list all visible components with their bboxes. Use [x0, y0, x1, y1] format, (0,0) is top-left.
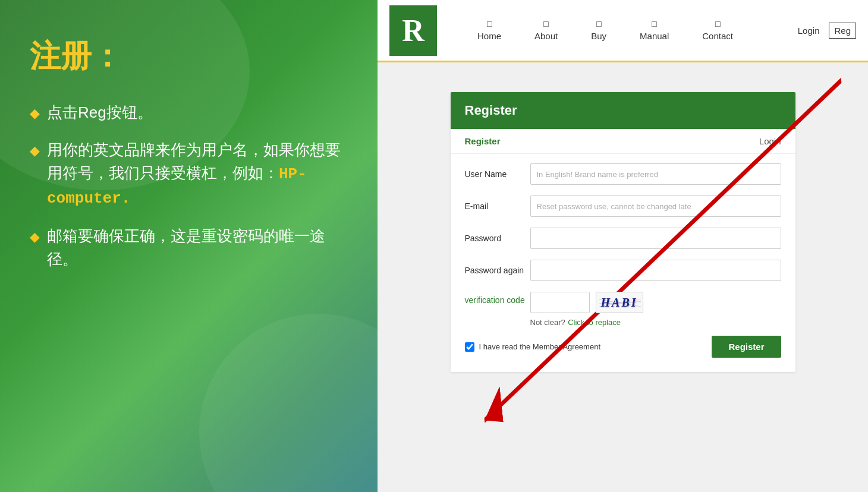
agreement-row: I have read the Member Agreement Registe…: [465, 336, 781, 358]
nav-label-about: About: [534, 31, 558, 41]
nav-label-buy: Buy: [591, 31, 606, 41]
verification-content: HABI Not clear? Click to replace: [530, 292, 643, 327]
replace-captcha-link[interactable]: Click to replace: [568, 318, 621, 327]
left-item-3-text: 邮箱要确保正确，这是重设密码的唯一途径。: [47, 225, 348, 271]
tab-login[interactable]: Login: [759, 136, 781, 146]
captcha-input[interactable]: [530, 292, 590, 313]
password-label: Password: [465, 234, 530, 243]
agreement-checkbox[interactable]: [465, 342, 474, 352]
nav-item-home[interactable]: ☐ Home: [461, 20, 518, 41]
username-row: User Name: [465, 163, 781, 185]
form-tabs: Register Login: [451, 129, 795, 154]
verification-input-row: HABI: [530, 292, 643, 313]
left-panel: 注册： ◆ 点击Reg按钮。 ◆ 用你的英文品牌来作为用户名，如果你想要用符号，…: [0, 0, 378, 492]
nav-items: ☐ Home ☐ About ☐ Buy ☐ Manual ☐ Contact: [443, 20, 793, 41]
form-body: User Name E-mail Password Password again: [451, 154, 795, 372]
home-icon: ☐: [486, 20, 493, 29]
left-item-2: ◆ 用你的英文品牌来作为用户名，如果你想要用符号，我们只接受横杠，例如：HP-c…: [30, 138, 348, 210]
nav-label-manual: Manual: [640, 31, 669, 41]
password-row: Password: [465, 228, 781, 249]
nav-logo: R: [389, 5, 437, 56]
left-item-2-text: 用你的英文品牌来作为用户名，如果你想要用符号，我们只接受横杠，例如：HP-com…: [47, 138, 348, 210]
nav-item-contact[interactable]: ☐ Contact: [685, 20, 750, 41]
left-item-1-text: 点击Reg按钮。: [47, 101, 153, 124]
diamond-icon-1: ◆: [30, 103, 40, 123]
agreement-left: I have read the Member Agreement: [465, 342, 601, 352]
verification-row: verification code HABI: [465, 292, 781, 327]
buy-icon: ☐: [596, 20, 602, 29]
right-panel: R ☐ Home ☐ About ☐ Buy ☐ Manual ☐ Contac…: [378, 0, 868, 492]
about-icon: ☐: [543, 20, 549, 29]
diamond-icon-2: ◆: [30, 141, 40, 160]
nav-item-manual[interactable]: ☐ Manual: [623, 20, 685, 41]
navbar: R ☐ Home ☐ About ☐ Buy ☐ Manual ☐ Contac…: [378, 0, 868, 62]
username-input[interactable]: [530, 163, 781, 185]
nav-label-home: Home: [477, 31, 501, 41]
password-again-label: Password again: [465, 266, 530, 275]
password-again-input[interactable]: [530, 260, 781, 281]
nav-item-buy[interactable]: ☐ Buy: [574, 20, 623, 41]
nav-item-about[interactable]: ☐ About: [518, 20, 574, 41]
login-button[interactable]: Login: [793, 23, 825, 38]
register-button[interactable]: Register: [712, 336, 781, 358]
verification-label: verification code: [465, 292, 530, 305]
agreement-text: I have read the Member Agreement: [479, 342, 601, 351]
form-card: Register Register Login User Name E-mail: [451, 92, 795, 372]
captcha-image: HABI: [596, 292, 643, 313]
left-item-1: ◆ 点击Reg按钮。: [30, 101, 348, 124]
email-row: E-mail: [465, 195, 781, 217]
tab-register[interactable]: Register: [465, 136, 501, 146]
not-clear-text: Not clear?: [530, 318, 565, 327]
left-title: 注册：: [30, 36, 348, 77]
diamond-icon-3: ◆: [30, 227, 40, 247]
password-again-row: Password again: [465, 260, 781, 281]
nav-label-contact: Contact: [702, 31, 733, 41]
contact-icon: ☐: [715, 20, 721, 29]
manual-icon: ☐: [651, 20, 658, 29]
main-content: Register Register Login User Name E-mail: [378, 62, 868, 492]
left-item-3: ◆ 邮箱要确保正确，这是重设密码的唯一途径。: [30, 225, 348, 271]
form-header: Register: [451, 92, 795, 129]
email-label: E-mail: [465, 201, 530, 211]
nav-auth: Login Reg: [793, 23, 856, 39]
password-input[interactable]: [530, 228, 781, 249]
email-input[interactable]: [530, 195, 781, 217]
reg-button[interactable]: Reg: [829, 23, 856, 39]
username-label: User Name: [465, 169, 530, 179]
not-clear-row: Not clear? Click to replace: [530, 317, 643, 327]
